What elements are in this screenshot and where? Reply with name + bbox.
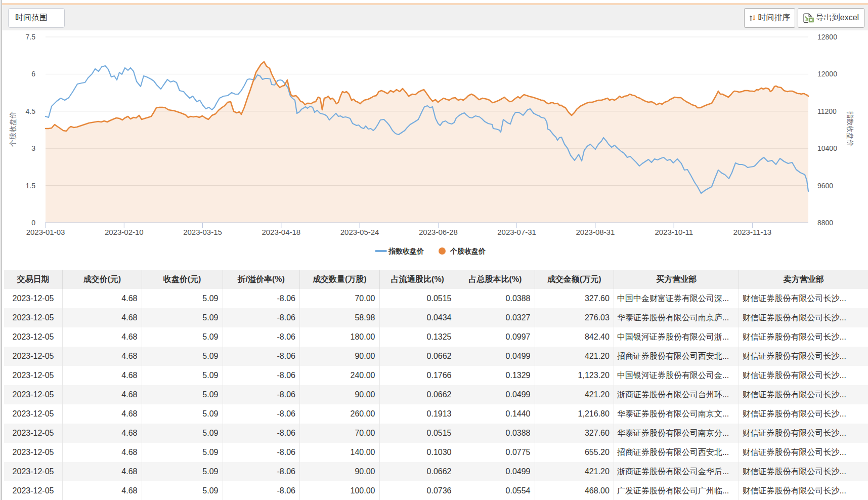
svg-text:2023-07-31: 2023-07-31 [497,228,536,236]
svg-text:1.5: 1.5 [26,182,36,190]
svg-text:2023-03-15: 2023-03-15 [183,228,222,236]
svg-text:2023-10-11: 2023-10-11 [655,228,693,236]
svg-text:7.5: 7.5 [26,33,36,41]
svg-text:8800: 8800 [817,219,833,227]
svg-text:2023-05-24: 2023-05-24 [340,228,379,236]
svg-text:2023-02-10: 2023-02-10 [105,228,144,236]
svg-text:10400: 10400 [817,144,837,152]
svg-text:3: 3 [31,144,35,152]
svg-text:2023-01-03: 2023-01-03 [26,228,65,236]
svg-text:个股收盘价: 个股收盘价 [450,247,486,255]
svg-text:2023-11-13: 2023-11-13 [733,228,772,236]
svg-text:11200: 11200 [817,107,837,115]
svg-text:6: 6 [31,70,35,78]
svg-text:4.5: 4.5 [26,107,36,115]
svg-text:2023-04-18: 2023-04-18 [262,228,300,236]
svg-text:9600: 9600 [817,182,833,190]
svg-text:指数收盘价: 指数收盘价 [846,111,854,147]
svg-text:0: 0 [31,219,35,227]
svg-text:2023-06-28: 2023-06-28 [419,228,458,236]
svg-text:2023-08-31: 2023-08-31 [576,228,615,236]
svg-text:12800: 12800 [817,33,837,41]
svg-text:12000: 12000 [817,70,837,78]
svg-text:指数收盘价: 指数收盘价 [388,247,424,255]
svg-text:个股收盘价: 个股收盘价 [9,111,17,147]
